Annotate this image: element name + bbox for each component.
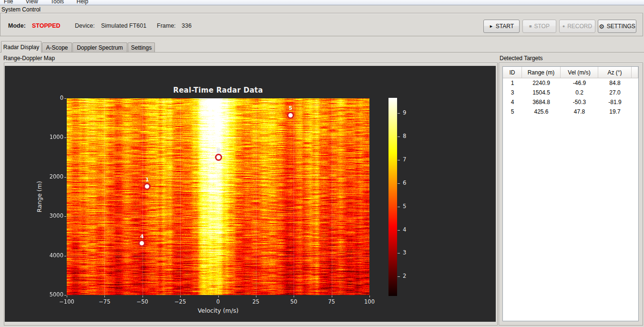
colorbar-tick-label: 5	[403, 203, 406, 210]
table-cell: 425.6	[522, 107, 561, 116]
colorbar-tick-mark	[398, 276, 400, 277]
menu-item-file[interactable]: File	[0, 0, 18, 5]
y-tick-label: 2000	[44, 173, 63, 180]
table-cell: 0.2	[561, 88, 598, 97]
x-tick-mark	[104, 295, 105, 297]
y-axis-label: Range (m)	[36, 181, 43, 212]
target-marker-label: 1	[145, 177, 149, 183]
frame-label: Frame:	[157, 22, 176, 29]
tab-label: Settings	[131, 44, 152, 51]
y-tick-mark	[64, 256, 66, 256]
device-value: Simulated FT601	[101, 22, 146, 29]
tab-radar-display[interactable]: Radar Display	[1, 41, 41, 53]
x-tick-label: −100	[57, 298, 76, 305]
x-tick-mark	[294, 295, 294, 297]
tab-label: A-Scope	[46, 44, 68, 51]
column-header-range[interactable]: Range (m)	[522, 67, 561, 78]
target-marker-label: 5	[288, 105, 292, 111]
start-button[interactable]: ► START	[483, 20, 520, 33]
start-button-label: START	[496, 23, 514, 30]
targets-table: ID Range (m) Vel (m/s) Az (°) 12240.9-46…	[502, 66, 639, 321]
y-tick-mark	[64, 216, 66, 217]
record-icon: ●	[562, 24, 565, 29]
column-header-id[interactable]: ID	[503, 67, 522, 78]
x-tick-mark	[180, 295, 181, 297]
tab-pane-border	[0, 52, 644, 53]
x-tick-mark	[67, 295, 67, 297]
tab-a-scope[interactable]: A-Scope	[42, 42, 72, 52]
menu-bar: File View Tools Help	[0, 0, 644, 5]
mode-value: STOPPED	[32, 22, 61, 29]
column-header-az[interactable]: Az (°)	[598, 67, 632, 78]
y-tick-label: 0	[44, 95, 63, 101]
x-tick-label: 50	[284, 298, 303, 305]
table-cell: 3684.8	[522, 97, 561, 107]
x-tick-label: 75	[322, 298, 341, 305]
table-cell: -50.3	[561, 97, 598, 107]
table-row[interactable]: 5425.647.819.7	[503, 107, 638, 116]
colorbar-tick-mark	[398, 183, 400, 184]
x-tick-label: 100	[360, 298, 379, 305]
colorbar-tick-label: 6	[403, 179, 406, 186]
play-icon: ►	[489, 24, 493, 29]
colorbar-tick-label: 7	[403, 156, 406, 163]
x-tick-label: 25	[246, 298, 266, 305]
stop-button[interactable]: ■ STOP	[522, 20, 556, 33]
table-row[interactable]: 31504.50.227.0	[503, 88, 638, 97]
y-tick-label: 3000	[44, 212, 63, 219]
plot-title: Real-Time Radar Data	[67, 86, 369, 95]
device-label: Device:	[75, 22, 95, 29]
target-marker	[287, 112, 294, 119]
settings-button-label: SETTINGS	[607, 23, 635, 30]
gear-icon: ⚙	[599, 23, 604, 30]
table-cell: -46.9	[561, 78, 598, 88]
detected-targets-group-label: Detected Targets	[500, 55, 543, 62]
range-doppler-map-group-label: Range-Doppler Map	[3, 55, 55, 62]
targets-table-header: ID Range (m) Vel (m/s) Az (°)	[503, 67, 638, 78]
x-tick-label: −75	[95, 298, 114, 305]
colorbar-tick-mark	[398, 160, 400, 160]
x-tick-mark	[332, 295, 332, 297]
record-button-label: RECORD	[567, 23, 592, 30]
target-marker-label: 3	[216, 148, 220, 154]
record-button[interactable]: ● RECORD	[559, 20, 595, 33]
x-tick-mark	[369, 295, 370, 297]
tab-doppler-spectrum[interactable]: Doppler Spectrum	[72, 42, 127, 52]
table-cell: -81.9	[598, 97, 632, 107]
colorbar-tick-mark	[398, 113, 400, 114]
colorbar-tick-label: 3	[403, 249, 406, 256]
x-tick-mark	[256, 295, 256, 297]
mode-label: Mode:	[8, 22, 26, 29]
system-control-group-label: System Control	[1, 6, 41, 13]
y-tick-label: 5000	[44, 291, 63, 298]
x-tick-mark	[143, 295, 143, 297]
frame-value: 336	[182, 22, 192, 29]
table-cell: 47.8	[561, 107, 598, 116]
colorbar-tick-mark	[398, 253, 400, 253]
settings-button[interactable]: ⚙ SETTINGS	[598, 20, 636, 33]
table-cell: 84.8	[598, 78, 632, 88]
x-tick-label: −50	[133, 298, 152, 305]
tab-label: Radar Display	[3, 44, 39, 51]
table-cell: 5	[503, 107, 522, 116]
table-cell: 3	[503, 88, 522, 97]
colorbar-tick-label: 8	[403, 133, 406, 139]
stop-icon: ■	[529, 24, 532, 29]
table-cell: 1	[503, 78, 522, 88]
range-doppler-plot: Real-Time Radar Data Velocity (m/s) Rang…	[5, 66, 496, 322]
y-tick-label: 4000	[44, 252, 63, 259]
tab-settings[interactable]: Settings	[128, 42, 155, 52]
colorbar-tick-mark	[398, 137, 400, 137]
x-tick-label: 0	[209, 298, 228, 305]
menu-item-help[interactable]: Help	[72, 0, 94, 5]
table-row[interactable]: 12240.9-46.984.8	[503, 78, 638, 88]
menu-item-view[interactable]: View	[20, 0, 43, 5]
column-header-vel[interactable]: Vel (m/s)	[561, 67, 598, 78]
x-axis-label: Velocity (m/s)	[67, 307, 369, 314]
targets-table-body: 12240.9-46.984.831504.50.227.043684.8-50…	[503, 78, 638, 116]
table-row[interactable]: 43684.8-50.3-81.9	[503, 97, 638, 107]
table-cell: 27.0	[598, 88, 632, 97]
table-cell: 2240.9	[522, 78, 561, 88]
menu-item-tools[interactable]: Tools	[45, 0, 69, 5]
tab-label: Doppler Spectrum	[77, 44, 123, 51]
